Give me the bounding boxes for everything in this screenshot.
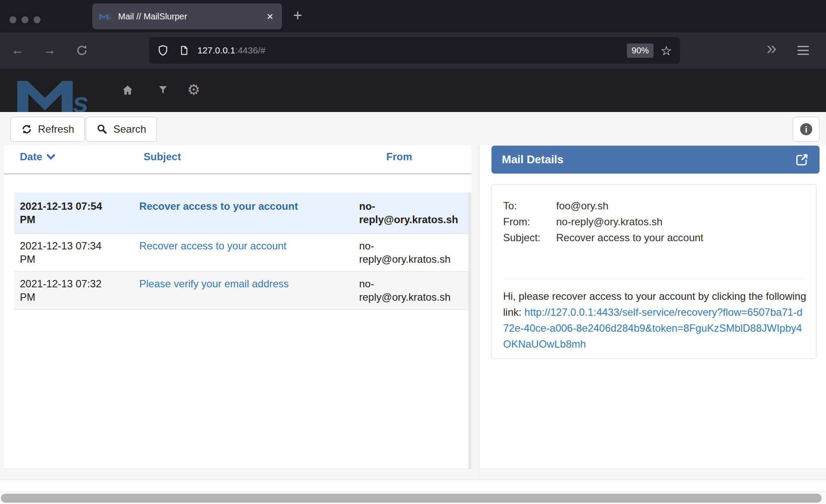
recovery-link[interactable]: http://127.0.0.1:4433/self-service/recov… [503,306,802,350]
header-divider [4,173,471,174]
open-external-icon[interactable] [795,152,809,167]
window-dot[interactable] [22,16,28,23]
refresh-button[interactable]: Refresh [10,117,85,142]
tab-close-icon[interactable]: × [265,11,275,22]
mail-from: no-reply@ory.kratos.sh [359,199,468,226]
back-button[interactable]: ← [11,43,24,57]
mail-list-panel: Date Subject From 2021-12-13 07:54 PMRec… [4,146,471,469]
info-icon: i [799,122,813,136]
mail-details-panel: Mail Details To:foo@ory.sh From:no-reply… [479,146,826,469]
bookmark-star-icon[interactable]: ☆ [660,43,672,58]
window-dot[interactable] [9,16,16,23]
page-info-icon[interactable] [178,44,190,56]
tab-title: Mail // MailSlurper [118,12,265,22]
mail-list-row[interactable]: 2021-12-13 07:34 PMRecover access to you… [14,234,468,272]
column-header-subject[interactable]: Subject [144,151,386,163]
mail-rows: 2021-12-13 07:54 PMRecover access to you… [14,193,468,310]
url-path: :4436/# [235,45,266,55]
mail-details-card: To:foo@ory.sh From:no-reply@ory.kratos.s… [491,184,817,359]
horizontal-scrollbar-thumb[interactable] [1,494,822,503]
mail-date: 2021-12-13 07:54 PM [20,199,113,226]
mail-date: 2021-12-13 07:32 PM [20,277,113,304]
card-divider [503,279,804,279]
filter-icon[interactable] [158,85,168,95]
url-host: 127.0.0.1 [197,45,235,55]
logo-s: s [73,86,89,112]
settings-gear-icon[interactable]: ⚙ [187,81,200,98]
search-button[interactable]: Search [86,117,157,142]
home-icon[interactable] [122,84,134,96]
column-header-date[interactable]: Date [20,151,144,163]
mail-details-header: Mail Details [491,146,820,174]
app-toolbar: Refresh Search i [0,112,826,146]
from-value: no-reply@ory.kratos.sh [556,214,663,230]
browser-tab-bar: s Mail // MailSlurper × + [0,0,826,32]
shield-icon[interactable] [157,44,169,57]
mail-date: 2021-12-13 07:34 PM [20,239,113,266]
window-controls[interactable] [9,16,41,23]
search-icon [97,124,108,135]
mail-list-row[interactable]: 2021-12-13 07:54 PMRecover access to you… [14,193,468,234]
mail-subject-link[interactable]: Please verify your email address [139,277,359,304]
sort-descending-icon [47,154,55,160]
refresh-icon [21,124,32,135]
mail-subject-link[interactable]: Recover access to your account [139,239,359,266]
list-scrollbar-track[interactable] [468,193,471,469]
bottom-strip [0,480,826,492]
subject-label: Subject: [503,230,556,246]
forward-button[interactable]: → [43,43,56,57]
info-button[interactable]: i [793,117,820,142]
url-text[interactable]: 127.0.0.1:4436/# [197,45,266,56]
mail-details-title: Mail Details [502,153,795,166]
horizontal-scrollbar-track[interactable] [0,492,826,504]
new-tab-button[interactable]: + [293,8,302,23]
window-dot[interactable] [34,16,41,23]
mailslurper-logo: s [13,75,99,112]
mail-list-row[interactable]: 2021-12-13 07:32 PMPlease verify your em… [14,272,468,310]
mail-body: Hi, please recover access to your accoun… [503,288,807,352]
browser-tab[interactable]: s Mail // MailSlurper × [92,3,282,29]
to-value: foo@ory.sh [556,198,608,214]
browser-nav-toolbar: ← → 127.0.0.1:4436/# 90% ☆ » [0,32,826,68]
app-header: s ⚙ [0,68,826,112]
reload-button[interactable] [75,44,89,57]
mail-from: no-reply@ory.kratos.sh [359,277,468,304]
from-label: From: [503,214,556,230]
search-label: Search [113,123,146,135]
subject-value: Recover access to your account [556,230,704,246]
hamburger-menu-icon[interactable] [797,45,810,56]
refresh-label: Refresh [38,123,74,135]
svg-text:s: s [109,15,111,20]
svg-text:i: i [805,125,807,134]
mail-list-header: Date Subject From [20,151,471,163]
zoom-level-badge[interactable]: 90% [627,44,654,58]
mail-from: no-reply@ory.kratos.sh [359,239,468,266]
favicon-mailslurper-icon: s [99,11,112,22]
mail-subject-link[interactable]: Recover access to your account [139,199,359,226]
overflow-menu-icon[interactable]: » [767,39,776,57]
mail-meta: To:foo@ory.sh From:no-reply@ory.kratos.s… [503,198,704,246]
column-header-from[interactable]: From [386,151,471,163]
to-label: To: [503,198,556,214]
panel-divider [479,146,479,479]
url-bar[interactable]: 127.0.0.1:4436/# 90% ☆ [149,37,680,64]
